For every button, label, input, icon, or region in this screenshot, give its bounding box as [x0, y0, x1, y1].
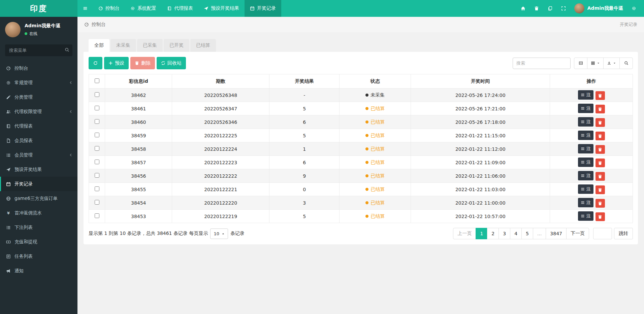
breadcrumb-left[interactable]: 控制台	[84, 22, 106, 28]
table-row: 38457202201222236已结算2022-01-22 11:09:00注	[89, 156, 633, 169]
cell-result: 6	[269, 115, 340, 129]
delete-row-button[interactable]	[595, 132, 605, 140]
table-search-input[interactable]	[513, 58, 571, 69]
pagination-page[interactable]: 1	[476, 228, 487, 239]
note-button[interactable]: 注	[578, 90, 593, 100]
nav-item[interactable]: 代理报表	[162, 0, 198, 17]
tab[interactable]: 已开奖	[164, 39, 189, 52]
tab[interactable]: 已结算	[190, 39, 216, 52]
row-checkbox[interactable]	[95, 119, 99, 124]
sidebar-item-label: 任务列表	[14, 253, 73, 259]
tab[interactable]: 未采集	[110, 39, 136, 52]
sidebar-item[interactable]: 分类管理	[0, 90, 77, 104]
delete-row-button[interactable]	[595, 118, 605, 127]
nav-item[interactable]: 预设开奖结果	[198, 0, 245, 17]
nav-item[interactable]: 控制台	[93, 0, 125, 17]
cell-id: 38456	[105, 169, 172, 183]
delete-button[interactable]: 删除	[130, 57, 155, 69]
preset-button[interactable]: 预设	[104, 57, 129, 69]
note-button[interactable]: 注	[578, 144, 593, 153]
menu-search-input[interactable]	[5, 44, 72, 56]
export-dropdown-button[interactable]	[603, 58, 620, 69]
copy-button[interactable]	[543, 0, 557, 17]
refresh-button[interactable]	[89, 57, 102, 69]
row-checkbox[interactable]	[95, 186, 99, 191]
trash-button[interactable]	[530, 0, 543, 17]
table-row: 38458202201222241已结算2022-01-22 11:12:00注	[89, 142, 633, 156]
note-button[interactable]: 注	[578, 104, 593, 113]
sidebar-item[interactable]: 下注列表	[0, 220, 77, 235]
nav-item[interactable]: 系统配置	[125, 0, 162, 17]
note-button[interactable]: 注	[578, 184, 593, 194]
expand-button[interactable]	[557, 0, 570, 17]
delete-row-button[interactable]	[595, 145, 605, 154]
sidebar-item-label: 会员管理	[14, 152, 69, 158]
delete-row-button[interactable]	[595, 185, 605, 194]
pagination-page[interactable]: 3	[498, 228, 510, 239]
delete-row-button[interactable]	[595, 159, 605, 167]
table-header-row: 彩信息id 期数 开奖结果 状态 开奖时间 操作	[89, 74, 633, 89]
row-checkbox[interactable]	[95, 160, 99, 164]
delete-row-button[interactable]	[595, 199, 605, 208]
sidebar-item[interactable]: 会员报表	[0, 133, 77, 148]
avatar	[5, 22, 21, 37]
note-button[interactable]: 注	[578, 131, 593, 140]
advanced-search-button[interactable]	[619, 58, 633, 69]
delete-row-button[interactable]	[595, 212, 605, 221]
row-checkbox[interactable]	[95, 133, 99, 137]
page-jump-button[interactable]: 跳转	[614, 228, 633, 239]
records-table: 彩信息id 期数 开奖结果 状态 开奖时间 操作 384622022052634…	[89, 74, 633, 223]
pagination-page[interactable]: 2	[487, 228, 499, 239]
download-icon	[607, 61, 611, 65]
sidebar-item[interactable]: 控制台	[0, 61, 77, 75]
tab[interactable]: 全部	[89, 39, 109, 52]
sidebar-item[interactable]: 代理权限管理	[0, 104, 77, 119]
sidebar-item[interactable]: 会员管理	[0, 148, 77, 162]
sidebar-item[interactable]: 任务列表	[0, 249, 77, 264]
row-checkbox[interactable]	[95, 213, 99, 218]
cell-issue: 20220526348	[172, 89, 269, 102]
search-icon[interactable]	[65, 47, 69, 52]
sidebar-item[interactable]: 开奖记录	[0, 177, 77, 191]
pagination-page[interactable]: 4	[510, 228, 522, 239]
columns-dropdown-button[interactable]	[587, 58, 604, 69]
row-checkbox[interactable]	[95, 92, 99, 97]
sidebar-item[interactable]: 通知	[0, 264, 77, 278]
note-button[interactable]: 注	[578, 211, 593, 221]
row-checkbox[interactable]	[95, 200, 99, 205]
sidebar-item[interactable]: 代理报表	[0, 119, 77, 133]
sidebar-item[interactable]: 充值和提现	[0, 235, 77, 249]
sidebar-toggle-button[interactable]	[77, 0, 93, 17]
recycle-bin-button[interactable]: 回收站	[157, 57, 186, 69]
note-button[interactable]: 注	[578, 158, 593, 167]
sidebar-item[interactable]: 预设开奖结果	[0, 162, 77, 177]
navbar-user-menu[interactable]: Admin我最牛逼	[570, 0, 627, 17]
home-button[interactable]	[516, 0, 530, 17]
delete-row-button[interactable]	[595, 91, 605, 100]
nav-item[interactable]: 开奖记录	[245, 0, 281, 17]
sidebar-item[interactable]: game6三方充值订单	[0, 191, 77, 206]
note-button[interactable]: 注	[578, 198, 593, 207]
row-checkbox[interactable]	[95, 173, 99, 178]
row-checkbox[interactable]	[95, 146, 99, 151]
file-icon	[6, 138, 14, 143]
page-jump-input[interactable]	[593, 228, 612, 239]
row-checkbox[interactable]	[95, 106, 99, 110]
delete-row-button[interactable]	[595, 172, 605, 181]
cell-issue: 20220122223	[172, 156, 269, 169]
sidebar-item[interactable]: ¥首冲返佣流水	[0, 206, 77, 220]
settings-button[interactable]	[627, 0, 641, 17]
toggle-view-button[interactable]	[574, 58, 587, 69]
delete-row-button[interactable]	[595, 105, 605, 113]
pagination-page[interactable]: 3847	[546, 228, 567, 239]
pagination-page[interactable]: 5	[521, 228, 533, 239]
sidebar-item-label: 代理报表	[14, 123, 73, 129]
note-button[interactable]: 注	[578, 171, 593, 180]
pagination-next[interactable]: 下一页	[566, 228, 589, 239]
grid-icon	[591, 61, 595, 65]
select-all-checkbox[interactable]	[95, 78, 99, 83]
sidebar-item[interactable]: 常规管理	[0, 75, 77, 90]
page-size-dropdown[interactable]: 10	[210, 229, 228, 239]
tab[interactable]: 已采集	[137, 39, 163, 52]
note-button[interactable]: 注	[578, 117, 593, 127]
